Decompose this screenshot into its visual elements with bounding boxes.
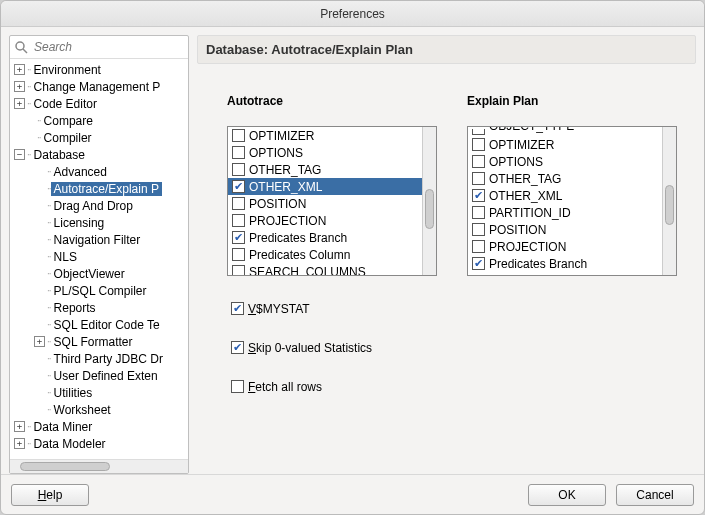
list-item-label: Predicates Column: [489, 273, 590, 275]
checkbox[interactable]: [232, 248, 245, 261]
checkbox[interactable]: [472, 172, 485, 185]
list-item[interactable]: OPTIONS: [468, 153, 662, 170]
tree-item-label: Worksheet: [51, 403, 114, 417]
tree-row[interactable]: ··Advanced: [10, 163, 188, 180]
list-item[interactable]: OTHER_XML: [228, 178, 422, 195]
checkbox[interactable]: [472, 155, 485, 168]
fetch-all-checkbox[interactable]: [231, 380, 244, 393]
list-item[interactable]: SEARCH_COLUMNS: [228, 263, 422, 275]
list-item-partial[interactable]: Predicates Column: [468, 272, 662, 275]
checkbox[interactable]: [472, 223, 485, 236]
preferences-tree[interactable]: +··Environment+··Change Management P+··C…: [10, 59, 188, 459]
tree-collapse-icon[interactable]: −: [14, 149, 25, 160]
autotrace-scrollbar-thumb[interactable]: [425, 189, 434, 229]
explain-vertical-scrollbar[interactable]: [662, 127, 676, 275]
tree-row[interactable]: +··Environment: [10, 61, 188, 78]
checkbox[interactable]: [472, 189, 485, 202]
tree-row[interactable]: ··Autotrace/Explain P: [10, 180, 188, 197]
tree-row[interactable]: ··Licensing: [10, 214, 188, 231]
tree-row[interactable]: ··User Defined Exten: [10, 367, 188, 384]
list-item[interactable]: Predicates Column: [228, 246, 422, 263]
list-item[interactable]: OTHER_TAG: [228, 161, 422, 178]
list-item-label: POSITION: [249, 197, 306, 211]
autotrace-vertical-scrollbar[interactable]: [422, 127, 436, 275]
tree-row[interactable]: ··Compiler: [10, 129, 188, 146]
explain-column: Explain Plan OBJECT_TYPEOPTIMIZEROPTIONS…: [467, 94, 677, 276]
tree-expand-icon[interactable]: +: [14, 438, 25, 449]
checkbox[interactable]: [472, 206, 485, 219]
tree-row[interactable]: −··Database: [10, 146, 188, 163]
tree-row[interactable]: ··PL/SQL Compiler: [10, 282, 188, 299]
autotrace-listbox[interactable]: OPTIMIZEROPTIONSOTHER_TAGOTHER_XMLPOSITI…: [227, 126, 437, 276]
checkbox[interactable]: [472, 257, 485, 270]
checkbox[interactable]: [232, 231, 245, 244]
list-item[interactable]: Predicates Branch: [468, 255, 662, 272]
tree-row[interactable]: ··SQL Editor Code Te: [10, 316, 188, 333]
list-item[interactable]: OPTIMIZER: [468, 136, 662, 153]
checkbox[interactable]: [232, 146, 245, 159]
tree-row[interactable]: ··Third Party JDBC Dr: [10, 350, 188, 367]
tree-row[interactable]: ··ObjectViewer: [10, 265, 188, 282]
tree-row[interactable]: ··Worksheet: [10, 401, 188, 418]
tree-expand-icon[interactable]: +: [14, 98, 25, 109]
tree-row[interactable]: ··NLS: [10, 248, 188, 265]
skip-zero-checkbox-row[interactable]: Skip 0-valued Statistics: [227, 339, 686, 356]
autotrace-column: Autotrace OPTIMIZEROPTIONSOTHER_TAGOTHER…: [227, 94, 437, 276]
vmystat-checkbox[interactable]: [231, 302, 244, 315]
help-button[interactable]: Help: [11, 484, 89, 506]
fetch-all-checkbox-row[interactable]: Fetch all rows: [227, 378, 686, 395]
tree-row[interactable]: ··Utilities: [10, 384, 188, 401]
tree-expand-icon[interactable]: +: [14, 64, 25, 75]
fetch-all-label: Fetch all rows: [248, 380, 322, 394]
checkbox[interactable]: [232, 163, 245, 176]
cancel-button[interactable]: Cancel: [616, 484, 694, 506]
tree-row[interactable]: ··Navigation Filter: [10, 231, 188, 248]
tree-row[interactable]: +··Code Editor: [10, 95, 188, 112]
tree-scrollbar-thumb[interactable]: [20, 462, 110, 471]
tree-item-label: Code Editor: [31, 97, 100, 111]
list-item[interactable]: OTHER_TAG: [468, 170, 662, 187]
list-item[interactable]: PARTITION_ID: [468, 204, 662, 221]
tree-leaf-marker: [34, 302, 45, 313]
checkbox[interactable]: [472, 240, 485, 253]
tree-row[interactable]: +··Change Management P: [10, 78, 188, 95]
list-item-label: OPTIMIZER: [489, 138, 554, 152]
tree-expand-icon[interactable]: +: [14, 421, 25, 432]
list-item[interactable]: OPTIONS: [228, 144, 422, 161]
explain-listbox[interactable]: OBJECT_TYPEOPTIMIZEROPTIONSOTHER_TAGOTHE…: [467, 126, 677, 276]
ok-button[interactable]: OK: [528, 484, 606, 506]
checkbox[interactable]: [232, 197, 245, 210]
tree-row[interactable]: ··Reports: [10, 299, 188, 316]
tree-row[interactable]: ··Compare: [10, 112, 188, 129]
list-item-partial[interactable]: OBJECT_TYPE: [468, 127, 662, 136]
list-item[interactable]: OPTIMIZER: [228, 127, 422, 144]
list-item[interactable]: OTHER_XML: [468, 187, 662, 204]
tree-leaf-marker: [34, 217, 45, 228]
tree-expand-icon[interactable]: +: [34, 336, 45, 347]
explain-scrollbar-thumb[interactable]: [665, 185, 674, 225]
vmystat-checkbox-row[interactable]: V$MYSTAT: [227, 300, 686, 317]
tree-row[interactable]: +··Data Modeler: [10, 435, 188, 452]
checkbox[interactable]: [232, 214, 245, 227]
search-icon: [14, 40, 28, 54]
list-item[interactable]: POSITION: [468, 221, 662, 238]
tree-expand-icon[interactable]: +: [14, 81, 25, 92]
tree-row[interactable]: +··Data Miner: [10, 418, 188, 435]
checkbox[interactable]: [472, 129, 485, 135]
list-item[interactable]: PROJECTION: [468, 238, 662, 255]
search-input[interactable]: [32, 39, 187, 55]
list-item-label: OTHER_TAG: [489, 172, 561, 186]
checkbox[interactable]: [232, 180, 245, 193]
tree-row[interactable]: ··Drag And Drop: [10, 197, 188, 214]
checkbox[interactable]: [232, 129, 245, 142]
list-item[interactable]: POSITION: [228, 195, 422, 212]
checkbox[interactable]: [472, 138, 485, 151]
list-item-label: SEARCH_COLUMNS: [249, 265, 366, 276]
checkbox[interactable]: [232, 265, 245, 275]
tree-row[interactable]: +··SQL Formatter: [10, 333, 188, 350]
list-item[interactable]: Predicates Branch: [228, 229, 422, 246]
tree-item-label: NLS: [51, 250, 80, 264]
tree-horizontal-scrollbar[interactable]: [10, 459, 188, 473]
list-item[interactable]: PROJECTION: [228, 212, 422, 229]
skip-zero-checkbox[interactable]: [231, 341, 244, 354]
